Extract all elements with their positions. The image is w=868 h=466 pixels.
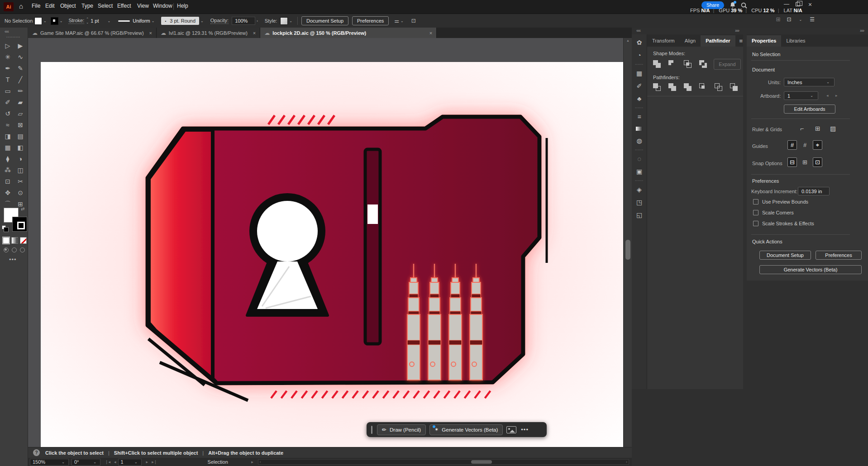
horizontal-scroll-thumb[interactable] bbox=[471, 460, 492, 464]
use-preview-bounds-checkbox[interactable]: Use Preview Bounds bbox=[753, 199, 808, 204]
rectangle-tool-icon[interactable]: ▭ bbox=[1, 86, 14, 97]
export-panel-icon[interactable]: ◳ bbox=[636, 199, 642, 206]
close-tab-icon[interactable]: × bbox=[149, 30, 152, 36]
divide-icon[interactable] bbox=[653, 83, 661, 91]
vertical-scrollbar[interactable]: ▲ bbox=[623, 38, 632, 447]
gradient-panel-icon[interactable] bbox=[636, 127, 643, 131]
arrange-documents-chevron-icon[interactable]: ⌄ bbox=[798, 18, 804, 22]
scale-tool-icon[interactable]: ▱ bbox=[14, 108, 27, 119]
fill-chevron-icon[interactable]: ⌄ bbox=[42, 19, 48, 23]
trim-icon[interactable] bbox=[668, 83, 676, 91]
crop-icon[interactable] bbox=[699, 83, 707, 91]
toolbar-drag-handle[interactable] bbox=[371, 426, 372, 434]
shape-builder-tool-icon[interactable]: ◨ bbox=[1, 131, 14, 142]
tab-pathfinder[interactable]: Pathfinder bbox=[701, 35, 735, 47]
stroke-chevron-icon[interactable]: ⌄ bbox=[58, 19, 64, 23]
tab-properties[interactable]: Properties bbox=[747, 35, 781, 47]
close-tab-icon[interactable]: × bbox=[253, 30, 256, 36]
outline-icon[interactable] bbox=[715, 83, 722, 91]
zoom-tool-icon[interactable]: ⊙ bbox=[14, 187, 27, 199]
home-icon[interactable]: ⌂ bbox=[19, 2, 23, 10]
menu-object[interactable]: Object bbox=[60, 3, 76, 9]
brush-chevron-icon[interactable]: ⌄ bbox=[199, 19, 205, 23]
tab-transform[interactable]: Transform bbox=[647, 35, 680, 47]
grid-view-icon[interactable]: ⊞ bbox=[776, 16, 780, 23]
snap-to-grid-icon[interactable]: ⊟ bbox=[787, 157, 797, 167]
quick-document-setup-button[interactable]: Document Setup bbox=[759, 251, 811, 260]
menu-edit[interactable]: Edit bbox=[45, 3, 55, 9]
last-artboard-icon[interactable]: ▸❘ bbox=[152, 460, 157, 464]
minimize-button[interactable]: — bbox=[784, 1, 789, 7]
selection-tool-icon[interactable]: ▷ bbox=[1, 40, 14, 52]
swap-fill-stroke-icon[interactable]: ⇄ bbox=[21, 206, 24, 211]
width-profile-select[interactable]: Uniform bbox=[118, 18, 150, 24]
align-options-icon[interactable]: ⚌ bbox=[394, 18, 399, 24]
quick-preferences-button[interactable]: Preferences bbox=[816, 251, 862, 260]
eraser-tool-icon[interactable]: ▰ bbox=[14, 97, 27, 108]
preferences-button[interactable]: Preferences bbox=[352, 16, 389, 25]
smart-guides-icon[interactable]: ⌖ bbox=[813, 140, 822, 150]
show-rulers-icon[interactable]: ⌐ bbox=[800, 125, 804, 132]
scale-corners-checkbox[interactable]: Scale Corners bbox=[753, 210, 794, 215]
scale-strokes-effects-checkbox[interactable]: Scale Strokes & Effects bbox=[753, 221, 814, 226]
mesh-tool-icon[interactable]: ▦ bbox=[1, 142, 14, 153]
paint-color-button[interactable] bbox=[3, 237, 10, 244]
previous-artboard-icon[interactable]: ◂ bbox=[114, 460, 116, 464]
stroke-weight-value[interactable]: 1 pt bbox=[91, 18, 99, 24]
opacity-label[interactable]: Opacity: bbox=[210, 18, 229, 24]
reference-image-button[interactable] bbox=[506, 426, 516, 433]
vertical-scroll-thumb[interactable] bbox=[625, 240, 630, 260]
edit-artboards-button[interactable]: Edit Artboards bbox=[784, 105, 835, 114]
expand-pathfinder-dock-icon[interactable]: »» bbox=[735, 28, 739, 33]
hand-tool-icon[interactable]: ✥ bbox=[1, 187, 14, 199]
artboard[interactable] bbox=[41, 62, 623, 447]
eyedropper-tool-icon[interactable]: ⧫ bbox=[1, 153, 14, 165]
keyboard-increment-input[interactable]: 0.0139 in bbox=[798, 187, 830, 195]
menu-select[interactable]: Select bbox=[98, 3, 113, 9]
asset-export-panel-icon[interactable]: ◱ bbox=[636, 211, 642, 219]
magic-wand-tool-icon[interactable]: ✳ bbox=[1, 52, 14, 63]
layers-panel-icon[interactable]: ◈ bbox=[637, 186, 642, 193]
pen-tool-icon[interactable]: ✒ bbox=[1, 63, 14, 74]
draw-behind-mode-icon[interactable] bbox=[12, 247, 17, 252]
paint-gradient-button[interactable] bbox=[11, 237, 18, 244]
artboard-tool-icon[interactable]: ⊡ bbox=[1, 176, 14, 187]
show-guides-icon[interactable]: # bbox=[787, 140, 797, 150]
stroke-label[interactable]: Stroke: bbox=[68, 18, 84, 24]
units-select[interactable]: Inches⌄ bbox=[784, 78, 835, 86]
merge-icon[interactable] bbox=[684, 83, 692, 91]
first-artboard-icon[interactable]: ❘◂ bbox=[105, 460, 110, 464]
menu-help[interactable]: Help bbox=[177, 3, 188, 9]
snap-to-point-icon[interactable]: ⊡ bbox=[813, 157, 822, 167]
paintbrush-tool-icon[interactable]: ✏ bbox=[14, 86, 27, 97]
stroke-panel-icon[interactable]: ≡ bbox=[637, 113, 641, 120]
expand-properties-dock-icon[interactable]: »» bbox=[860, 28, 864, 33]
stroke-weight-chevron-icon[interactable]: ⌄ bbox=[106, 19, 112, 23]
keyhole-shape[interactable] bbox=[247, 193, 328, 315]
intersect-icon[interactable] bbox=[684, 60, 692, 68]
brush-select[interactable]: • 3 pt. Round bbox=[161, 17, 199, 25]
appearance-panel-icon[interactable]: ◌ bbox=[637, 155, 641, 162]
arrange-documents-icon[interactable]: ⊡ bbox=[787, 16, 791, 23]
slice-tool-icon[interactable]: ✂ bbox=[14, 176, 27, 187]
menu-type[interactable]: Type bbox=[81, 3, 93, 9]
edit-toolbar-icon[interactable]: ••• bbox=[9, 256, 17, 263]
show-transparency-grid-icon[interactable]: ▨ bbox=[830, 125, 836, 132]
shaper-tool-icon[interactable]: ✐ bbox=[1, 97, 14, 108]
exclude-icon[interactable] bbox=[699, 60, 707, 68]
style-swatch[interactable] bbox=[280, 17, 288, 25]
symbols-panel-icon[interactable]: ♣ bbox=[637, 95, 641, 102]
opacity-value[interactable]: 100% bbox=[232, 17, 255, 25]
graph-tool-icon[interactable]: ◫ bbox=[14, 165, 27, 176]
direct-selection-tool-icon[interactable]: ▶ bbox=[14, 40, 27, 52]
opacity-expand-icon[interactable]: › bbox=[255, 19, 259, 23]
stroke-color-swatch[interactable] bbox=[51, 17, 58, 25]
tab-lockpick-2d[interactable]: ☁ lockpick 2D.aic @ 150 % (RGB/Preview) … bbox=[260, 28, 437, 38]
tab-lvl1[interactable]: ☁ lvl1.aic @ 129.31 % (RGB/Preview) × bbox=[157, 28, 260, 38]
color-guide-panel-icon[interactable]: ◔ bbox=[637, 52, 641, 59]
rotation-select[interactable]: 0°⌄ bbox=[72, 459, 100, 466]
previous-artboard-pager-icon[interactable]: ◂ bbox=[826, 93, 829, 98]
panel-menu-icon[interactable]: ≡ bbox=[735, 35, 747, 47]
fill-color-swatch[interactable] bbox=[34, 17, 42, 25]
minus-back-icon[interactable] bbox=[730, 83, 738, 91]
